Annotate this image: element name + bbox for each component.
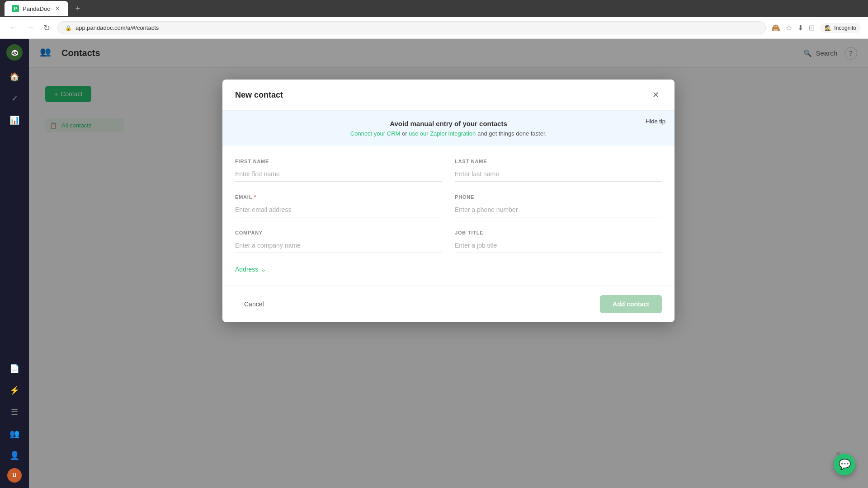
refresh-button[interactable]: ↻ [42,21,52,35]
new-tab-button[interactable]: + [72,4,84,14]
chat-icon: 💬 [839,459,851,470]
browser-nav-bar: ← → ↻ 🔒 app.pandadoc.com/a/#/contacts 🙈 … [0,17,868,39]
tab-close-button[interactable]: ✕ [54,5,61,12]
phone-label: PHONE [455,194,662,200]
active-tab[interactable]: P PandaDoc ✕ [5,1,68,16]
tip-banner: Avoid manual entry of your contacts Conn… [222,111,675,146]
modal-header: New contact ✕ [222,80,675,111]
cancel-button[interactable]: Cancel [235,296,273,312]
tip-suffix-text: and get things done faster. [477,130,547,137]
form-group-first-name: FIRST NAME [235,159,442,182]
bookmark-icon[interactable]: ☆ [786,23,792,32]
modal-title: New contact [235,90,283,100]
sidebar-item-tasks[interactable]: ✓ [5,89,24,108]
form-group-phone: PHONE [455,194,662,217]
sidebar-item-templates[interactable]: ☰ [5,403,24,421]
sidebar-item-add-user[interactable]: 👤 [5,446,24,465]
modal-footer: Cancel Add contact [222,286,675,322]
job-title-input[interactable] [455,238,662,253]
tip-heading: Avoid manual entry of your contacts [390,120,507,127]
forward-button[interactable]: → [24,21,36,34]
nav-actions: 🙈 ☆ ⬇ ⊡ 🕵 Incognito [771,23,861,33]
modal-form: FIRST NAME LAST NAME EMAIL * [222,146,675,286]
modal-overlay: New contact ✕ Avoid manual entry of your… [29,39,868,488]
split-view-icon[interactable]: ⊡ [809,23,815,32]
browser-tab-bar: P PandaDoc ✕ + [0,0,868,17]
sidebar-item-documents[interactable]: 📄 [5,360,24,378]
eye-slash-icon[interactable]: 🙈 [771,23,780,32]
address-label: Address [235,266,258,273]
form-group-email: EMAIL * [235,194,442,217]
first-name-label: FIRST NAME [235,159,442,164]
last-name-label: LAST NAME [455,159,662,164]
tip-or-text: or [402,130,409,137]
sidebar-logo[interactable]: 🐼 [6,44,23,61]
sidebar: 🐼 🏠 ✓ 📊 📄 ⚡ ☰ 👥 👤 U [0,39,29,488]
download-icon[interactable]: ⬇ [797,23,803,32]
address-toggle-button[interactable]: Address ⌄ [235,266,266,273]
new-contact-modal: New contact ✕ Avoid manual entry of your… [222,80,675,322]
form-group-last-name: LAST NAME [455,159,662,182]
tab-favicon: P [12,5,19,12]
phone-input[interactable] [455,202,662,217]
address-section: Address ⌄ [235,266,662,273]
logo-icon: 🐼 [11,49,19,56]
form-group-company: COMPANY [235,230,442,253]
chevron-down-icon: ⌄ [261,266,266,273]
secure-icon: 🔒 [65,25,72,31]
email-input[interactable] [235,202,442,217]
address-bar[interactable]: 🔒 app.pandadoc.com/a/#/contacts [57,21,766,34]
url-text: app.pandadoc.com/a/#/contacts [75,24,159,31]
tab-label: PandaDoc [23,5,50,12]
app-container: 🐼 🏠 ✓ 📊 📄 ⚡ ☰ 👥 👤 U 👥 Contacts 🔍 Search … [0,39,868,488]
incognito-icon: 🕵 [825,25,831,31]
form-group-job-title: JOB TITLE [455,230,662,253]
form-row-name: FIRST NAME LAST NAME [235,159,662,182]
incognito-badge: 🕵 Incognito [820,23,861,33]
company-input[interactable] [235,238,442,253]
add-contact-submit-button[interactable]: Add contact [600,295,662,313]
hide-tip-button[interactable]: Hide tip [646,118,665,125]
main-content: 👥 Contacts 🔍 Search ? + Contact 📋 [29,39,868,488]
back-button[interactable]: ← [7,21,19,34]
tip-text: Connect your CRM or use our Zapier integ… [350,130,547,137]
email-label: EMAIL * [235,194,442,200]
sidebar-item-contacts[interactable]: 👥 [5,425,24,443]
sidebar-item-home[interactable]: 🏠 [5,68,24,86]
user-avatar[interactable]: U [7,468,22,483]
company-label: COMPANY [235,230,442,235]
incognito-label: Incognito [834,25,856,31]
modal-close-button[interactable]: ✕ [649,89,662,101]
job-title-label: JOB TITLE [455,230,662,235]
last-name-input[interactable] [455,167,662,182]
first-name-input[interactable] [235,167,442,182]
form-row-contact: EMAIL * PHONE [235,194,662,217]
zapier-link[interactable]: use our Zapier integration [409,130,476,137]
crm-link[interactable]: Connect your CRM [350,130,401,137]
sidebar-item-automation[interactable]: ⚡ [5,381,24,399]
sidebar-item-analytics[interactable]: 📊 [5,111,24,129]
form-row-company: COMPANY JOB TITLE [235,230,662,253]
chat-close-button[interactable]: ✕ [835,450,841,457]
